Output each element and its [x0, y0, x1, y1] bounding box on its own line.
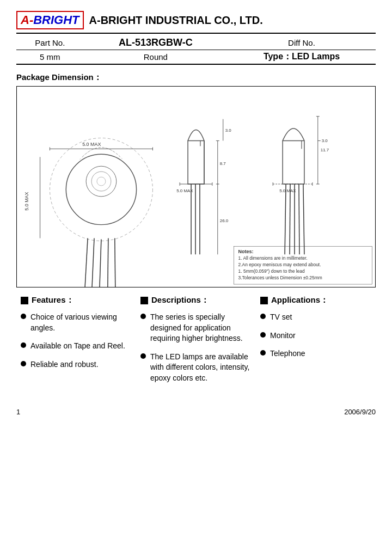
footer: 1 2006/9/20 [16, 408, 376, 416]
application-item-2: Monitor [270, 330, 371, 341]
list-item: The LED lamps are available with differe… [140, 352, 252, 384]
descriptions-label: Descriptions： [151, 295, 209, 305]
page-number: 1 [16, 408, 20, 416]
applications-header: Applications： [260, 295, 371, 305]
application-item-1: TV set [270, 312, 371, 323]
feature-item-2: Available on Tape and Reel. [30, 341, 132, 352]
svg-rect-16 [188, 140, 204, 184]
svg-text:3.0: 3.0 [322, 138, 328, 143]
bullet-icon [260, 314, 266, 319]
applications-label: Applications： [271, 295, 328, 305]
features-column: Features： Choice of various viewing angl… [16, 295, 136, 391]
svg-line-39 [299, 184, 299, 254]
svg-text:1. 5mm(0.059") down to the lea: 1. 5mm(0.059") down to the lead [238, 268, 305, 274]
header: A- BRIGHT A-BRIGHT INDUSTRIAL CO., LTD. [16, 11, 376, 29]
svg-text:1. All dimensions are in milli: 1. All dimensions are in millimeter. [238, 255, 308, 261]
descriptions-header: Descriptions： [140, 295, 252, 305]
svg-line-37 [290, 184, 290, 254]
list-item: Reliable and robust. [21, 359, 132, 370]
svg-line-8 [108, 238, 108, 287]
list-item: The series is specially designed for app… [140, 312, 252, 344]
svg-line-6 [92, 238, 94, 287]
part-no-value: AL-513RGBW-C [84, 36, 228, 50]
part-info-table: Part No. AL-513RGBW-C Diff No. 5 mm Roun… [16, 36, 376, 65]
description-item-2: The LED lamps are available with differe… [150, 352, 252, 384]
feature-item-3: Reliable and robust. [30, 359, 132, 370]
svg-text:26.0: 26.0 [220, 218, 229, 223]
logo-box: A- BRIGHT [16, 11, 84, 29]
svg-text:3.0: 3.0 [225, 128, 232, 133]
svg-text:3.Tolerances unless Dimension : 3.Tolerances unless Dimension ±0.25mm [238, 275, 322, 280]
bullet-icon [140, 314, 146, 319]
svg-line-40 [303, 184, 304, 254]
svg-line-36 [285, 184, 286, 254]
features-bullet-icon [21, 297, 28, 304]
svg-text:5.0 MAX: 5.0 MAX [24, 192, 29, 210]
description-item-1: The series is specially designed for app… [150, 312, 252, 344]
svg-line-7 [100, 239, 101, 287]
list-item: Telephone [260, 348, 371, 359]
svg-point-0 [50, 138, 152, 241]
bullet-icon [21, 342, 26, 348]
logo-bright: BRIGHT [33, 13, 79, 27]
bullet-icon [21, 314, 26, 319]
descriptions-column: Descriptions： The series is specially de… [136, 295, 256, 391]
logo-a: A- [21, 13, 33, 27]
descriptions-bullet-icon [140, 297, 148, 304]
diff-no-label: Diff No. [228, 36, 376, 50]
svg-text:Notes:: Notes: [238, 249, 254, 254]
company-name: A-BRIGHT INDUSTRIAL CO., LTD. [89, 14, 263, 27]
svg-line-9 [115, 238, 115, 287]
svg-point-3 [91, 172, 111, 191]
diagram-svg: 5.0 MAX 5.0 MAX 5.0 MAX 8.7 26.0 3.0 [17, 87, 375, 287]
applications-column: Applications： TV set Monitor Telephone [256, 295, 376, 391]
feature-item-1: Choice of various viewing angles. [30, 312, 132, 333]
shape-value: Round [84, 50, 228, 65]
svg-rect-34 [283, 140, 304, 184]
bullet-icon [140, 353, 146, 359]
part-no-label: Part No. [16, 36, 84, 50]
type-label: Type：LED Lamps [228, 50, 376, 65]
bullet-icon [260, 332, 266, 338]
header-divider [16, 33, 376, 34]
bullet-icon [21, 361, 26, 366]
svg-point-1 [66, 154, 136, 224]
list-item: Available on Tape and Reel. [21, 341, 132, 352]
svg-text:11.7: 11.7 [321, 148, 329, 152]
list-item: Choice of various viewing angles. [21, 312, 132, 333]
list-item: Monitor [260, 330, 371, 341]
features-label: Features： [32, 295, 74, 305]
svg-point-4 [97, 177, 106, 186]
info-columns: Features： Choice of various viewing angl… [16, 295, 376, 391]
svg-text:5.0 MAX: 5.0 MAX [82, 142, 101, 147]
svg-text:2.An epoxy meniscus may extend: 2.An epoxy meniscus may extend about. [238, 262, 321, 267]
date: 2006/9/20 [344, 408, 376, 416]
diagram-box: 5.0 MAX 5.0 MAX 5.0 MAX 8.7 26.0 3.0 [16, 86, 376, 287]
svg-text:5.0 MAX: 5.0 MAX [279, 188, 296, 193]
svg-text:5.0 MAX: 5.0 MAX [176, 188, 193, 193]
applications-bullet-icon [260, 297, 268, 304]
svg-point-2 [86, 166, 117, 197]
bullet-icon [260, 350, 266, 356]
application-item-3: Telephone [270, 348, 371, 359]
size-value: 5 mm [16, 50, 84, 65]
svg-text:8.7: 8.7 [220, 161, 226, 166]
svg-line-5 [85, 238, 88, 287]
features-header: Features： [21, 295, 132, 305]
list-item: TV set [260, 312, 371, 323]
package-title: Package Dimension： [16, 72, 376, 83]
